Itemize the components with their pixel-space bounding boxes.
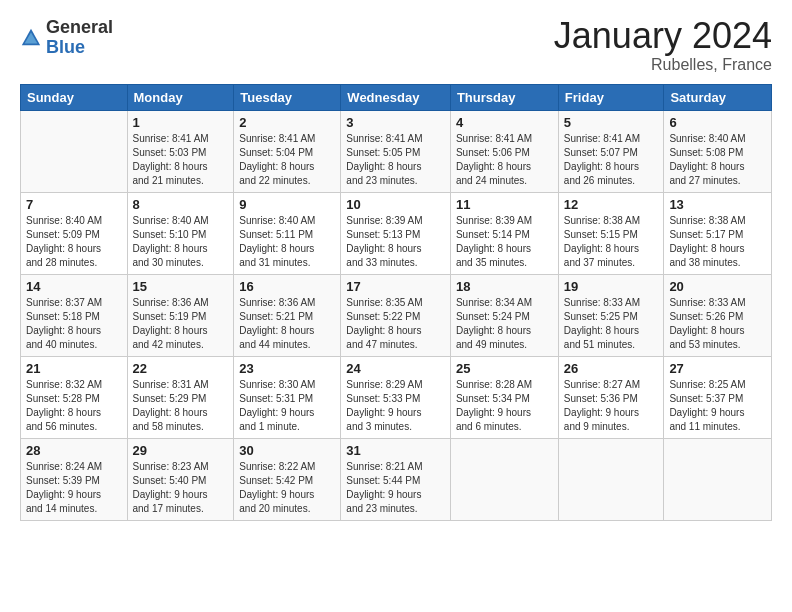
day-cell: 17Sunrise: 8:35 AM Sunset: 5:22 PM Dayli… [341, 275, 451, 357]
day-info: Sunrise: 8:25 AM Sunset: 5:37 PM Dayligh… [669, 378, 766, 434]
day-info: Sunrise: 8:24 AM Sunset: 5:39 PM Dayligh… [26, 460, 122, 516]
day-number: 18 [456, 279, 553, 294]
day-info: Sunrise: 8:38 AM Sunset: 5:17 PM Dayligh… [669, 214, 766, 270]
day-info: Sunrise: 8:33 AM Sunset: 5:25 PM Dayligh… [564, 296, 659, 352]
day-cell: 14Sunrise: 8:37 AM Sunset: 5:18 PM Dayli… [21, 275, 128, 357]
page: General Blue January 2024 Rubelles, Fran… [0, 0, 792, 612]
day-info: Sunrise: 8:40 AM Sunset: 5:10 PM Dayligh… [133, 214, 229, 270]
week-row: 7Sunrise: 8:40 AM Sunset: 5:09 PM Daylig… [21, 193, 772, 275]
day-cell: 20Sunrise: 8:33 AM Sunset: 5:26 PM Dayli… [664, 275, 772, 357]
day-number: 31 [346, 443, 445, 458]
day-cell: 1Sunrise: 8:41 AM Sunset: 5:03 PM Daylig… [127, 111, 234, 193]
day-number: 23 [239, 361, 335, 376]
day-number: 19 [564, 279, 659, 294]
week-row: 14Sunrise: 8:37 AM Sunset: 5:18 PM Dayli… [21, 275, 772, 357]
day-cell: 23Sunrise: 8:30 AM Sunset: 5:31 PM Dayli… [234, 357, 341, 439]
day-info: Sunrise: 8:31 AM Sunset: 5:29 PM Dayligh… [133, 378, 229, 434]
day-cell: 7Sunrise: 8:40 AM Sunset: 5:09 PM Daylig… [21, 193, 128, 275]
week-row: 1Sunrise: 8:41 AM Sunset: 5:03 PM Daylig… [21, 111, 772, 193]
calendar-subtitle: Rubelles, France [554, 56, 772, 74]
day-number: 14 [26, 279, 122, 294]
calendar-title: January 2024 [554, 18, 772, 54]
day-cell: 18Sunrise: 8:34 AM Sunset: 5:24 PM Dayli… [450, 275, 558, 357]
week-row: 21Sunrise: 8:32 AM Sunset: 5:28 PM Dayli… [21, 357, 772, 439]
day-info: Sunrise: 8:36 AM Sunset: 5:19 PM Dayligh… [133, 296, 229, 352]
day-number: 17 [346, 279, 445, 294]
day-number: 9 [239, 197, 335, 212]
day-number: 30 [239, 443, 335, 458]
day-cell: 4Sunrise: 8:41 AM Sunset: 5:06 PM Daylig… [450, 111, 558, 193]
day-number: 26 [564, 361, 659, 376]
day-number: 7 [26, 197, 122, 212]
day-number: 10 [346, 197, 445, 212]
day-cell: 19Sunrise: 8:33 AM Sunset: 5:25 PM Dayli… [558, 275, 664, 357]
day-number: 21 [26, 361, 122, 376]
day-info: Sunrise: 8:41 AM Sunset: 5:03 PM Dayligh… [133, 132, 229, 188]
day-info: Sunrise: 8:30 AM Sunset: 5:31 PM Dayligh… [239, 378, 335, 434]
day-info: Sunrise: 8:40 AM Sunset: 5:08 PM Dayligh… [669, 132, 766, 188]
week-row: 28Sunrise: 8:24 AM Sunset: 5:39 PM Dayli… [21, 439, 772, 521]
day-info: Sunrise: 8:22 AM Sunset: 5:42 PM Dayligh… [239, 460, 335, 516]
day-number: 5 [564, 115, 659, 130]
day-number: 22 [133, 361, 229, 376]
title-block: January 2024 Rubelles, France [554, 18, 772, 74]
day-number: 3 [346, 115, 445, 130]
day-info: Sunrise: 8:41 AM Sunset: 5:06 PM Dayligh… [456, 132, 553, 188]
day-number: 6 [669, 115, 766, 130]
header-cell: Monday [127, 85, 234, 111]
day-number: 2 [239, 115, 335, 130]
day-info: Sunrise: 8:29 AM Sunset: 5:33 PM Dayligh… [346, 378, 445, 434]
day-cell: 24Sunrise: 8:29 AM Sunset: 5:33 PM Dayli… [341, 357, 451, 439]
day-number: 28 [26, 443, 122, 458]
day-info: Sunrise: 8:36 AM Sunset: 5:21 PM Dayligh… [239, 296, 335, 352]
day-info: Sunrise: 8:38 AM Sunset: 5:15 PM Dayligh… [564, 214, 659, 270]
day-info: Sunrise: 8:41 AM Sunset: 5:07 PM Dayligh… [564, 132, 659, 188]
header: General Blue January 2024 Rubelles, Fran… [20, 18, 772, 74]
day-cell: 21Sunrise: 8:32 AM Sunset: 5:28 PM Dayli… [21, 357, 128, 439]
logo: General Blue [20, 18, 113, 58]
day-number: 1 [133, 115, 229, 130]
day-info: Sunrise: 8:37 AM Sunset: 5:18 PM Dayligh… [26, 296, 122, 352]
day-number: 20 [669, 279, 766, 294]
day-cell: 28Sunrise: 8:24 AM Sunset: 5:39 PM Dayli… [21, 439, 128, 521]
day-cell: 25Sunrise: 8:28 AM Sunset: 5:34 PM Dayli… [450, 357, 558, 439]
day-info: Sunrise: 8:23 AM Sunset: 5:40 PM Dayligh… [133, 460, 229, 516]
day-number: 27 [669, 361, 766, 376]
day-cell: 30Sunrise: 8:22 AM Sunset: 5:42 PM Dayli… [234, 439, 341, 521]
day-info: Sunrise: 8:35 AM Sunset: 5:22 PM Dayligh… [346, 296, 445, 352]
header-cell: Sunday [21, 85, 128, 111]
day-info: Sunrise: 8:40 AM Sunset: 5:11 PM Dayligh… [239, 214, 335, 270]
day-info: Sunrise: 8:27 AM Sunset: 5:36 PM Dayligh… [564, 378, 659, 434]
day-number: 15 [133, 279, 229, 294]
header-cell: Wednesday [341, 85, 451, 111]
day-cell: 26Sunrise: 8:27 AM Sunset: 5:36 PM Dayli… [558, 357, 664, 439]
day-cell: 13Sunrise: 8:38 AM Sunset: 5:17 PM Dayli… [664, 193, 772, 275]
day-info: Sunrise: 8:21 AM Sunset: 5:44 PM Dayligh… [346, 460, 445, 516]
day-cell: 2Sunrise: 8:41 AM Sunset: 5:04 PM Daylig… [234, 111, 341, 193]
day-info: Sunrise: 8:39 AM Sunset: 5:13 PM Dayligh… [346, 214, 445, 270]
logo-general: General [46, 17, 113, 37]
header-cell: Saturday [664, 85, 772, 111]
day-number: 24 [346, 361, 445, 376]
day-info: Sunrise: 8:34 AM Sunset: 5:24 PM Dayligh… [456, 296, 553, 352]
day-info: Sunrise: 8:33 AM Sunset: 5:26 PM Dayligh… [669, 296, 766, 352]
day-cell: 11Sunrise: 8:39 AM Sunset: 5:14 PM Dayli… [450, 193, 558, 275]
day-cell: 27Sunrise: 8:25 AM Sunset: 5:37 PM Dayli… [664, 357, 772, 439]
day-cell: 31Sunrise: 8:21 AM Sunset: 5:44 PM Dayli… [341, 439, 451, 521]
day-cell [450, 439, 558, 521]
day-cell: 10Sunrise: 8:39 AM Sunset: 5:13 PM Dayli… [341, 193, 451, 275]
day-cell: 5Sunrise: 8:41 AM Sunset: 5:07 PM Daylig… [558, 111, 664, 193]
header-cell: Friday [558, 85, 664, 111]
day-number: 16 [239, 279, 335, 294]
day-number: 29 [133, 443, 229, 458]
header-cell: Thursday [450, 85, 558, 111]
logo-text: General Blue [46, 18, 113, 58]
logo-icon [20, 27, 42, 49]
day-cell: 29Sunrise: 8:23 AM Sunset: 5:40 PM Dayli… [127, 439, 234, 521]
day-cell: 8Sunrise: 8:40 AM Sunset: 5:10 PM Daylig… [127, 193, 234, 275]
day-cell [664, 439, 772, 521]
day-info: Sunrise: 8:28 AM Sunset: 5:34 PM Dayligh… [456, 378, 553, 434]
day-number: 25 [456, 361, 553, 376]
header-cell: Tuesday [234, 85, 341, 111]
day-cell: 12Sunrise: 8:38 AM Sunset: 5:15 PM Dayli… [558, 193, 664, 275]
